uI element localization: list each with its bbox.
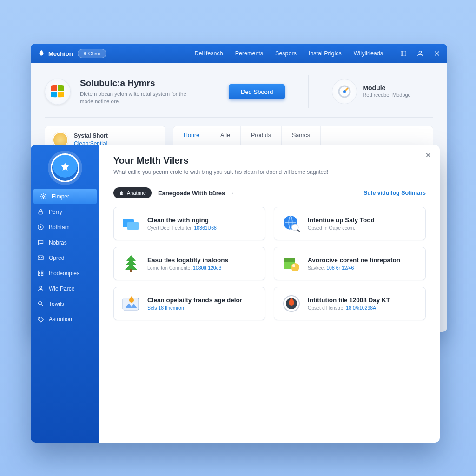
svg-point-14 [39,302,42,305]
module-title: Module [363,84,410,92]
nav-item-3[interactable]: Instal Prigics [309,50,342,57]
tag-icon [37,316,44,323]
sidebar-item-opred[interactable]: Opred [31,250,99,265]
person-icon [37,285,44,292]
sidebar-item-towils[interactable]: Towils [31,296,99,311]
tree-icon [121,254,141,273]
dialog-window: Eimper Perry Bothtam Nobras Opred Ihodeo… [31,145,440,443]
brand-text: Mechion [48,50,73,57]
arrow-right-icon: → [228,189,234,197]
folders-icon [121,214,141,233]
hero-divider [308,75,309,108]
svg-point-1 [419,51,421,53]
card-meta: Savkce. 108 6r 12/46 [308,265,400,271]
sidebar-label: Nobras [49,239,67,246]
sidebar-label: Wle Parce [49,285,74,292]
feature-grid: Clean the with nging Cyert Deel Feeturte… [113,207,426,320]
nav-item-0[interactable]: Dellifesnch [194,50,223,57]
svg-point-7 [40,226,41,228]
sidebar-brand-icon [51,153,79,182]
top-nav: Dellifesnch Perements Sespors Instal Pri… [194,50,383,57]
sidebar-item-nobras[interactable]: Nobras [31,235,99,250]
chat-icon [37,239,44,246]
card-title: Easu tles logatilty inaloons [147,257,228,264]
nav-item-2[interactable]: Sespors [275,50,297,57]
app-titlebar: Mechion Chan Dellifesnch Perements Sespo… [31,44,447,63]
sidebar-item-astoution[interactable]: Astoution [31,311,99,327]
circle-dot-icon [37,224,44,231]
feature-card-3[interactable]: Avorocive corent ne finrepaton Savkce. 1… [274,247,426,280]
hero-subtitle: Dietem obcan yelon wilte retul system fo… [80,90,201,105]
feature-card-4[interactable]: Clean opelailty frands age delor Sels 18… [113,287,265,320]
sidebar-label: Bothtam [49,224,70,231]
svg-point-19 [292,224,298,231]
card-meta: Sels 18 Ilnemron [147,305,242,311]
sidebar-label: Opred [49,255,64,261]
sidebar-label: Towils [49,301,64,307]
close-icon[interactable]: ✕ [425,152,431,159]
app-brand[interactable]: Mechion [37,49,73,58]
sidebar-item-eimper[interactable]: Eimper [33,189,97,204]
chip-label: Chan [88,51,100,56]
svg-rect-20 [130,269,132,272]
svg-point-13 [40,286,42,289]
dialog-sidebar: Eimper Perry Bothtam Nobras Opred Ihodeo… [31,145,99,443]
card-title: Intittution file 12008 Day KT [308,297,390,304]
feature-card-1[interactable]: Intentiue up Saly Tood Opsed In Oape cco… [274,207,426,240]
nav-item-1[interactable]: Perements [235,50,263,57]
grid-icon [37,270,44,277]
card-title: Clean the with nging [147,217,217,224]
sidebar-label: Eimper [52,193,69,200]
brand-leaf-icon [37,49,46,58]
hero-cta-button[interactable]: Ded Sboord [229,84,285,99]
sidebar-item-ihodeoriptes[interactable]: Ihodeoriptes [31,265,99,281]
sidebar-item-wleparce[interactable]: Wle Parce [31,281,99,296]
svg-rect-0 [401,51,406,56]
sidebar-label: Ihodeoriptes [49,270,79,277]
sidebar-label: Perry [49,209,62,215]
feature-card-0[interactable]: Clean the with nging Cyert Deel Feeturte… [113,207,265,240]
pill-light-button[interactable]: Eanegoade Witth büres → [158,189,234,197]
svg-point-3 [343,90,346,93]
sidebar-item-bothtam[interactable]: Bothtam [31,219,99,235]
windows-logo-icon [45,79,71,105]
dialog-title: Your Melth Vilers [113,155,426,166]
search-icon [37,300,44,307]
gear-icon [40,193,47,200]
feature-card-2[interactable]: Easu tles logatilty inaloons Lome ton Co… [113,247,265,280]
svg-rect-5 [39,212,43,214]
hero-row: Solubulc:a Hymrs Dietem obcan yelon wilt… [45,75,433,118]
svg-rect-12 [41,274,43,276]
box-icon[interactable] [400,50,407,57]
pill-dark-label: Anatnne [127,190,146,196]
card-meta: Opsed In Oape ccom. [308,225,375,231]
card-meta: Opset d Henstre. 18 0/k10298A [308,305,390,311]
titlebar-chip[interactable]: Chan [78,49,106,58]
dot-icon [84,52,86,55]
card-meta: Cyert Deel Feeturter. 10361U68 [147,225,217,231]
nav-item-4[interactable]: Wllyllrleads [354,50,383,57]
svg-point-23 [291,263,299,271]
svg-rect-11 [39,274,40,276]
svg-rect-9 [39,271,40,273]
svg-rect-17 [127,222,139,230]
card-title: Intentiue up Saly Tood [308,217,375,224]
svg-point-24 [292,264,295,267]
hero-title: Solubulc:a Hymrs [80,78,201,88]
minimize-icon[interactable]: – [413,152,417,159]
close-icon[interactable] [433,50,441,57]
svg-rect-10 [41,271,43,273]
dialog-window-controls: – ✕ [413,152,431,159]
module-subtitle: Red recdber Modoge [363,92,410,99]
sidebar-item-perry[interactable]: Perry [31,204,99,219]
pill-dark-button[interactable]: Anatnne [113,187,152,198]
side-link[interactable]: Sule viduilog Solimars [364,190,426,196]
disc-flame-icon [282,294,301,313]
window-controls [400,50,441,57]
quick-title: Systal Short [74,132,108,139]
feature-card-5[interactable]: Intittution file 12008 Day KT Opset d He… [274,287,426,320]
module-block: Module Red recdber Modoge [332,79,410,104]
globe-search-icon [282,214,301,233]
user-icon[interactable] [416,50,424,57]
picture-flame-icon [121,294,141,313]
